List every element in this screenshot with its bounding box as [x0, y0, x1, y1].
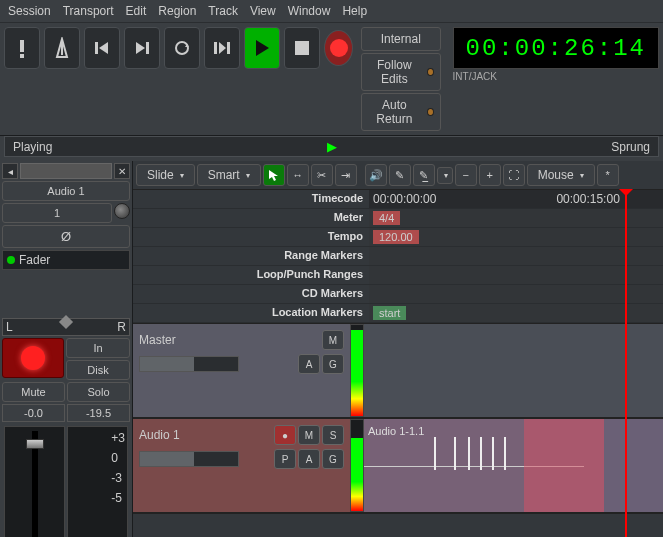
audio1-group-button[interactable]: G: [322, 449, 344, 469]
nudge-selector[interactable]: *: [597, 164, 619, 186]
meter-marker[interactable]: 4/4: [373, 211, 400, 225]
stretch-tool[interactable]: ⇥: [335, 164, 357, 186]
menu-session[interactable]: Session: [8, 4, 51, 18]
metronome-button[interactable]: [44, 27, 80, 69]
monitor-in-button[interactable]: In: [66, 338, 130, 358]
record-button[interactable]: [324, 30, 353, 66]
object-tool[interactable]: [263, 164, 285, 186]
goto-end-button[interactable]: [124, 27, 160, 69]
track-color-bar[interactable]: [20, 163, 112, 179]
monitor-disk-button[interactable]: Disk: [66, 360, 130, 380]
svg-rect-6: [214, 42, 217, 54]
auto-return-button[interactable]: Auto Return: [361, 93, 441, 131]
audio1-automation-button[interactable]: A: [298, 449, 320, 469]
midi-panic-button[interactable]: [4, 27, 40, 69]
menu-window[interactable]: Window: [288, 4, 331, 18]
master-canvas[interactable]: [364, 324, 663, 417]
processor-box[interactable]: Fader: [2, 250, 130, 270]
zoom-focus-selector[interactable]: [437, 167, 453, 184]
menu-help[interactable]: Help: [342, 4, 367, 18]
audio-region-selection[interactable]: [524, 419, 604, 512]
audition-tool[interactable]: 🔊: [365, 164, 387, 186]
audio1-rec-button[interactable]: ●: [274, 425, 296, 445]
master-group-button[interactable]: G: [322, 354, 344, 374]
track-header-audio1[interactable]: Audio 1 ● M S P A G: [133, 419, 350, 512]
ruler-label-location[interactable]: Location Markers: [133, 304, 369, 323]
track-header-master[interactable]: Master M A G: [133, 324, 350, 417]
location-ruler[interactable]: start: [369, 304, 663, 323]
master-mute-button[interactable]: M: [322, 330, 344, 350]
ruler-label-cd[interactable]: CD Markers: [133, 285, 369, 304]
master-fader[interactable]: [139, 356, 239, 372]
audio1-mute-button[interactable]: M: [298, 425, 320, 445]
draw-tool[interactable]: ✎: [389, 164, 411, 186]
edit-tool[interactable]: ✎̲: [413, 164, 435, 186]
snap-selector[interactable]: Mouse: [527, 164, 595, 186]
input-trim-knob[interactable]: [114, 203, 130, 219]
follow-edits-led: [427, 68, 434, 76]
audio1-solo-button[interactable]: S: [322, 425, 344, 445]
zoom-fit-button[interactable]: ⛶: [503, 164, 525, 186]
ruler-label-loop[interactable]: Loop/Punch Ranges: [133, 266, 369, 285]
peak-display[interactable]: -19.5: [67, 404, 130, 422]
prev-track-button[interactable]: ◂: [2, 163, 18, 179]
cd-ruler[interactable]: [369, 285, 663, 304]
range-ruler[interactable]: [369, 247, 663, 266]
edit-mode-selector[interactable]: Slide: [136, 164, 195, 186]
play-range-button[interactable]: [204, 27, 240, 69]
tempo-marker[interactable]: 120.00: [373, 230, 419, 244]
editor-toolbar: Slide Smart ↔ ✂ ⇥ 🔊 ✎ ✎̲ − + ⛶ Mouse *: [133, 161, 663, 190]
location-marker-start[interactable]: start: [373, 306, 406, 320]
stop-button[interactable]: [284, 27, 320, 69]
track-audio1: Audio 1 ● M S P A G: [133, 419, 663, 514]
master-automation-button[interactable]: A: [298, 354, 320, 374]
loop-ruler[interactable]: [369, 266, 663, 285]
menu-track[interactable]: Track: [208, 4, 238, 18]
meter-ruler[interactable]: 4/4: [369, 209, 663, 228]
timecode-display[interactable]: 00:00:26:14: [453, 27, 659, 69]
fader-dot-icon: [7, 256, 15, 264]
pan-slider[interactable]: LR: [2, 318, 130, 336]
gain-display[interactable]: -0.0: [2, 404, 65, 422]
goto-start-button[interactable]: [84, 27, 120, 69]
menu-edit[interactable]: Edit: [126, 4, 147, 18]
shuttle-mode-label: Sprung: [611, 140, 650, 154]
ruler-label-range[interactable]: Range Markers: [133, 247, 369, 266]
auto-return-led: [427, 108, 434, 116]
timecode-source-label: INT/JACK: [453, 71, 659, 82]
range-tool[interactable]: ↔: [287, 164, 309, 186]
master-name-label: Master: [139, 333, 176, 347]
zoom-in-button[interactable]: +: [479, 164, 501, 186]
mute-button[interactable]: Mute: [2, 382, 65, 402]
follow-edits-button[interactable]: Follow Edits: [361, 53, 441, 91]
zoom-out-button[interactable]: −: [455, 164, 477, 186]
audio1-playlist-button[interactable]: P: [274, 449, 296, 469]
close-strip-button[interactable]: ✕: [114, 163, 130, 179]
menu-bar: Session Transport Edit Region Track View…: [0, 0, 663, 23]
ruler-label-meter[interactable]: Meter: [133, 209, 369, 228]
sync-internal-button[interactable]: Internal: [361, 27, 441, 51]
fader-slider[interactable]: [4, 426, 65, 537]
svg-rect-4: [146, 42, 149, 54]
track-name-button[interactable]: Audio 1: [2, 181, 130, 201]
strip-record-button[interactable]: [2, 338, 64, 378]
solo-button[interactable]: Solo: [67, 382, 130, 402]
menu-region[interactable]: Region: [158, 4, 196, 18]
svg-rect-0: [20, 40, 24, 52]
tempo-ruler[interactable]: 120.00: [369, 228, 663, 247]
record-circle-icon: [21, 346, 45, 370]
audio1-canvas[interactable]: Audio 1-1.1: [364, 419, 663, 512]
master-meter: [350, 324, 364, 417]
play-button[interactable]: [244, 27, 280, 69]
loop-button[interactable]: [164, 27, 200, 69]
menu-view[interactable]: View: [250, 4, 276, 18]
mouse-mode-selector[interactable]: Smart: [197, 164, 261, 186]
cut-tool[interactable]: ✂: [311, 164, 333, 186]
audio1-fader[interactable]: [139, 451, 239, 467]
input-selector[interactable]: 1: [2, 203, 112, 223]
ruler-label-tempo[interactable]: Tempo: [133, 228, 369, 247]
phase-button[interactable]: Ø: [2, 225, 130, 248]
playhead[interactable]: [625, 190, 627, 537]
menu-transport[interactable]: Transport: [63, 4, 114, 18]
ruler-label-timecode[interactable]: Timecode: [133, 190, 369, 209]
